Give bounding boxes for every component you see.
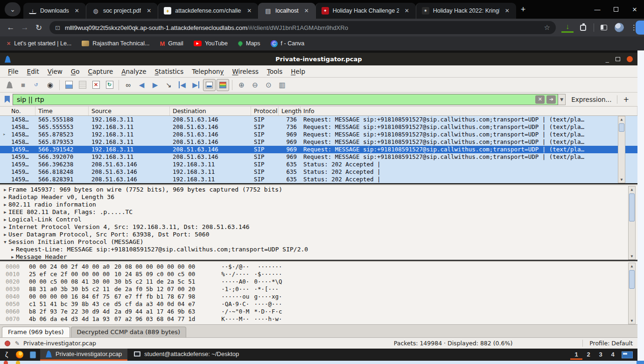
site-settings-icon[interactable]: ⊡ [55, 24, 60, 31]
scrollbar-thumb[interactable] [629, 193, 635, 221]
protocol-tree-row[interactable]: ▶Request-Line: MESSAGE sip:+918108591527… [0, 246, 637, 253]
hex-row[interactable]: 004000 00 00 00 16 84 6f 7567 e7 ff fb b… [0, 293, 637, 300]
zoom-in-icon[interactable]: ⊕ [235, 79, 248, 91]
protocol-tree-row[interactable]: ▶IEEE 802.11 Data, Flags: .p.....TC [0, 208, 637, 216]
packet-row[interactable]: 1459…566.396238208.51.63.146192.168.3.11… [0, 161, 637, 168]
bookmark-item[interactable]: MGmail [160, 40, 183, 47]
menu-telephony[interactable]: Telephony [188, 66, 228, 77]
column-header-time[interactable]: Time [35, 107, 89, 115]
taskbar-window-terminal[interactable]: student@attackdefense: ~/Desktop [128, 349, 245, 361]
files-icon[interactable] [26, 351, 39, 358]
reload-capture-file-icon[interactable]: ↻ [103, 79, 116, 91]
packet-row[interactable]: 1459…566.392070192.168.3.11208.51.63.146… [0, 153, 637, 161]
side-panel-icon[interactable] [601, 25, 607, 30]
column-header-source[interactable]: Source [89, 107, 170, 115]
packet-row[interactable]: 1458…565.879353192.168.3.11208.51.63.146… [0, 138, 637, 146]
tab-search-button[interactable]: ⌄ [5, 2, 21, 16]
column-header-length[interactable]: Length [279, 107, 301, 115]
stop-capture-icon[interactable]: ■ [17, 79, 29, 91]
status-profile[interactable]: Profile: Default [582, 340, 633, 347]
packet-row[interactable]: 1458…565.555188192.168.3.11208.51.63.146… [0, 116, 637, 123]
packet-row[interactable]: 1459…566.818248208.51.63.146192.168.3.11… [0, 168, 637, 176]
workspace-3[interactable]: 3 [595, 350, 607, 360]
auto-scroll-live-icon[interactable] [203, 79, 216, 91]
protocol-tree-row[interactable]: ▶Message Header [0, 253, 637, 260]
ws-minimize-button[interactable]: _ [606, 56, 609, 63]
tab-close-icon[interactable]: ✕ [245, 7, 253, 14]
go-back-icon[interactable]: ◀ [135, 79, 148, 91]
column-header-destination[interactable]: Destination [170, 107, 251, 115]
protocol-tree-row[interactable]: ▶802.11 radio information [0, 201, 637, 208]
menu-statistics[interactable]: Statistics [150, 66, 188, 77]
workspace-pager-icon[interactable] [622, 351, 633, 358]
expert-info-icon[interactable] [5, 341, 10, 346]
menu-tools[interactable]: Tools [263, 66, 287, 77]
resize-columns-icon[interactable]: ▥ [276, 79, 288, 91]
packet-row[interactable]: 1458…565.555553192.168.3.11208.51.63.146… [0, 123, 637, 131]
firefox-icon[interactable] [13, 351, 26, 358]
go-to-last-icon[interactable]: ▶ [189, 79, 202, 91]
start-capture-icon[interactable] [3, 79, 16, 91]
profile-avatar[interactable] [615, 23, 624, 32]
window-maximize-button[interactable] [607, 6, 625, 13]
browser-tab-attackdefense-com-challen[interactable]: ♦attackdefense.com/challen✕ [158, 3, 258, 19]
window-close-button[interactable]: ✕ [625, 6, 644, 13]
find-packet-icon[interactable]: ∞ [122, 79, 134, 91]
protocol-tree-row[interactable]: ▶Logical-Link Control [0, 216, 637, 223]
protocol-tree-row[interactable]: ▶User Datagram Protocol, Src Port: 63938… [0, 231, 637, 238]
save-capture-file-icon[interactable] [76, 79, 89, 91]
page-vertical-scrollbar[interactable] [637, 50, 644, 361]
hex-row[interactable]: 00704b 06 da e4 d3 4d 1a 9307 a2 96 03 6… [0, 315, 637, 323]
menu-edit[interactable]: Edit [23, 66, 43, 77]
hex-row[interactable]: 001025 ef ce 2f 00 00 00 0010 24 85 09 c… [0, 271, 637, 278]
bookmark-item[interactable]: ▶YouTube [194, 40, 228, 47]
download-extension-icon[interactable]: ↓ [561, 22, 574, 33]
tab-close-icon[interactable]: ✕ [73, 7, 81, 14]
extensions-icon[interactable] [580, 25, 586, 31]
protocol-tree-row[interactable]: ▼Session Initiation Protocol (MESSAGE) [0, 238, 637, 246]
back-icon[interactable]: ← [4, 23, 18, 32]
workspace-4[interactable]: 4 [607, 350, 619, 360]
hex-row[interactable]: 003088 31 a0 3b 30 b5 c2 11de 2a f0 5b 1… [0, 285, 637, 293]
display-filter-input[interactable]: sip || rtp ✕ ➔ [13, 94, 558, 105]
ws-close-button[interactable] [627, 56, 633, 62]
filter-bookmark-icon[interactable] [5, 96, 10, 103]
zoom-out-icon[interactable]: ⊖ [249, 79, 261, 91]
scroll-up-icon[interactable]: ▲ [631, 186, 633, 193]
capture-options-icon[interactable]: ◉ [44, 79, 56, 91]
collapsed-triangle-icon[interactable]: ▶ [2, 231, 8, 238]
go-to-packet-icon[interactable]: ↘ [162, 79, 175, 91]
profile-sync-chip[interactable] [636, 21, 644, 35]
filter-apply-icon[interactable]: ➔ [546, 95, 556, 104]
menu-file[interactable]: File [4, 66, 23, 77]
protocol-tree-row[interactable]: ▶Frame 145937: 969 bytes on wire (7752 b… [0, 186, 637, 193]
ws-maximize-button[interactable] [616, 57, 620, 61]
bookmark-item[interactable]: Cf - Canva [271, 40, 305, 47]
packet-row[interactable]: 1459…566.391542192.168.3.11208.51.63.146… [0, 146, 637, 153]
expression-button[interactable]: Expression... [566, 96, 617, 103]
forward-icon[interactable]: → [18, 23, 32, 32]
colorize-packets-icon[interactable] [217, 79, 229, 91]
byte-tab-frame[interactable]: Frame (969 bytes) [2, 327, 70, 337]
menu-view[interactable]: View [43, 66, 67, 77]
scroll-down-icon[interactable]: ▼ [631, 253, 633, 259]
address-bar[interactable]: ⊡ mlll9wuq09tz2t5skxz0el0qk.ap-south-1.a… [49, 21, 556, 34]
taskbar-window-wireshark[interactable]: Private-investigator.pcap [40, 349, 127, 361]
reload-icon[interactable]: ↻ [32, 23, 46, 33]
column-header-info[interactable]: Info [301, 107, 637, 115]
packet-list-scrollbar[interactable]: ▲ ▼ [618, 116, 625, 183]
browser-tab-localhost[interactable]: ▤localhost✕ [258, 3, 315, 19]
browser-tab-downloads[interactable]: ↓Downloads✕ [23, 3, 86, 19]
menu-capture[interactable]: Capture [84, 66, 118, 77]
menu-wireless[interactable]: Wireless [228, 66, 263, 77]
go-to-first-icon[interactable]: ◀ [176, 79, 189, 91]
scrollbar-corner[interactable] [637, 361, 644, 364]
collapsed-triangle-icon[interactable]: ▶ [2, 201, 8, 208]
hex-row[interactable]: 002000 00 c5 00 08 41 30 0030 b5 c2 11 d… [0, 278, 637, 285]
bookmark-star-icon[interactable]: ☆ [544, 23, 550, 32]
menu-help[interactable]: Help [287, 66, 309, 77]
menu-analyze[interactable]: Analyze [117, 66, 150, 77]
browser-tab-soc-project-pdf[interactable]: ◍soc project.pdf✕ [86, 3, 158, 19]
bytes-scrollbar[interactable]: ▲ ▼ [628, 263, 636, 324]
protocol-tree-row[interactable]: ▶Internet Protocol Version 4, Src: 192.1… [0, 223, 637, 231]
